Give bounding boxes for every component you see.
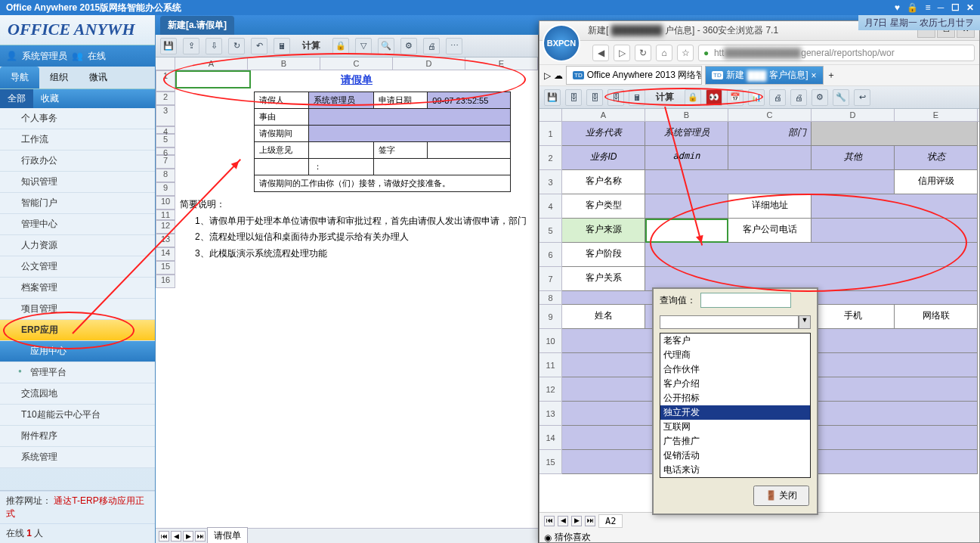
more-icon[interactable]: ⋯ xyxy=(446,38,462,54)
row-1[interactable]: 1 xyxy=(156,70,175,92)
row-5[interactable]: 5 xyxy=(156,134,175,147)
cell-custsrc-val[interactable] xyxy=(645,219,728,243)
save-icon[interactable]: 💾 xyxy=(160,38,177,54)
nav-tab-weixun[interactable]: 微讯 xyxy=(79,67,118,88)
browser-tab-2[interactable]: TD新建███客户信息]× xyxy=(705,66,824,85)
cell-addr-val[interactable] xyxy=(812,194,978,219)
menu-knowledge[interactable]: 知识管理 xyxy=(0,172,155,193)
row-8[interactable]: 8 xyxy=(156,169,175,182)
row-14[interactable]: 14 xyxy=(156,247,175,261)
col-c[interactable]: C xyxy=(320,57,393,70)
sheet-tab-leave[interactable]: 请假单 xyxy=(207,527,248,543)
bw-calc-button[interactable]: 计算 xyxy=(650,88,680,106)
bw-col-d[interactable]: D xyxy=(812,109,895,121)
bw-col-a[interactable]: A xyxy=(562,109,645,121)
bw-rh-11[interactable]: 11 xyxy=(539,353,562,377)
radio-icon[interactable]: ◉ xyxy=(544,532,552,543)
menu-workflow[interactable]: 工作流 xyxy=(0,129,155,150)
print-icon[interactable]: 🖨 xyxy=(423,38,440,54)
menu-mgmtplatform[interactable]: 管理平台 xyxy=(0,362,155,383)
bw-rh-3[interactable]: 3 xyxy=(539,170,562,194)
cell-custphone-val[interactable] xyxy=(812,219,978,243)
col-d[interactable]: D xyxy=(393,57,465,70)
heart-icon[interactable]: ♥ xyxy=(895,2,900,13)
col-a[interactable]: A xyxy=(175,57,248,70)
bw-rh-15[interactable]: 15 xyxy=(539,450,562,474)
cell-opinion-val[interactable] xyxy=(308,142,373,159)
bw-nav-last[interactable]: ⏭ xyxy=(585,516,595,526)
cell-custname-val[interactable] xyxy=(645,170,895,194)
star-icon[interactable]: ☆ xyxy=(677,45,694,61)
bw-rh-8[interactable]: 8 xyxy=(539,291,562,305)
opt-9[interactable]: 电话来访 xyxy=(660,463,810,477)
sheet-nav-next[interactable]: ▶ xyxy=(183,531,193,541)
row-10[interactable]: 10 xyxy=(156,196,175,209)
opt-4[interactable]: 公开招标 xyxy=(660,391,810,405)
status-like[interactable]: 猜你喜欢 xyxy=(555,531,591,543)
bw-tools-icon[interactable]: 🔧 xyxy=(833,89,849,106)
bw-excel-icon[interactable]: 📊 xyxy=(748,89,765,106)
bw-lock-icon[interactable]: 🔒 xyxy=(685,89,701,106)
undo-icon[interactable]: ↶ xyxy=(251,38,267,54)
menu-docs[interactable]: 公文管理 xyxy=(0,256,155,278)
sub-tab-fav[interactable]: 收藏 xyxy=(33,89,66,108)
refresh-icon[interactable]: ↻ xyxy=(228,38,245,54)
bw-calc-icon[interactable]: 🖩 xyxy=(629,89,645,106)
bw-calendar-icon[interactable]: 📅 xyxy=(727,89,744,106)
bw-col-c[interactable]: C xyxy=(728,109,812,121)
cell-custtype-val[interactable] xyxy=(645,194,728,219)
cell-custphase-val[interactable] xyxy=(645,243,978,267)
bw-binoculars-icon[interactable]: 👀 xyxy=(706,89,722,106)
maximize-icon[interactable]: ☐ xyxy=(951,2,960,13)
menu-hr[interactable]: 人力资源 xyxy=(0,235,155,256)
row-15[interactable]: 15 xyxy=(156,261,175,275)
col-e[interactable]: E xyxy=(465,57,538,70)
row-9[interactable]: 9 xyxy=(156,182,175,196)
cell-sign-val[interactable] xyxy=(428,142,511,159)
sub-tab-all[interactable]: 全部 xyxy=(0,89,33,108)
bw-nav-prev[interactable]: ◀ xyxy=(558,516,568,526)
bw-nav-first[interactable]: ⏮ xyxy=(544,516,555,526)
opt-8[interactable]: 促销活动 xyxy=(660,448,810,463)
menu-portal[interactable]: 智能门户 xyxy=(0,193,155,214)
opt-5[interactable]: 独立开发 xyxy=(660,405,810,420)
row-3[interactable]: 3 xyxy=(156,105,175,126)
export-icon[interactable]: ⇪ xyxy=(183,38,199,54)
bw-rh-9[interactable]: 9 xyxy=(539,305,562,329)
bw-rh-10[interactable]: 10 xyxy=(539,329,562,353)
opt-0[interactable]: 老客户 xyxy=(660,334,810,348)
binoculars-icon[interactable]: 🔍 xyxy=(378,38,394,54)
opt-7[interactable]: 广告推广 xyxy=(660,434,810,448)
reload-icon[interactable]: ↻ xyxy=(635,45,651,61)
row-4[interactable]: 4 xyxy=(156,126,175,134)
bw-db3-icon[interactable]: 🗄 xyxy=(607,89,624,106)
back-icon[interactable]: ◀ xyxy=(592,45,609,61)
row-7[interactable]: 7 xyxy=(156,155,175,169)
bw-rh-13[interactable]: 13 xyxy=(539,402,562,426)
row-2[interactable]: 2 xyxy=(156,92,175,105)
close-icon[interactable]: ✕ xyxy=(966,2,974,13)
url-field[interactable]: ● htt████████████general/reportshop/wor xyxy=(698,45,975,61)
menu-project[interactable]: 项目管理 xyxy=(0,299,155,320)
row-11[interactable]: 11 xyxy=(156,209,175,220)
cloud-icon[interactable]: ☁ xyxy=(554,70,563,81)
bw-db2-icon[interactable]: 🗄 xyxy=(586,89,603,106)
row-12[interactable]: 12 xyxy=(156,220,175,234)
close-button[interactable]: 🚪 关闭 xyxy=(753,486,809,506)
bw-save-icon[interactable]: 💾 xyxy=(544,89,561,106)
menu-appcenter[interactable]: 应用中心 xyxy=(0,341,155,362)
home-icon[interactable]: ⌂ xyxy=(656,45,672,61)
menu-erp[interactable]: ERP应用 xyxy=(0,320,155,341)
menu-t10cloud[interactable]: T10超能云中心平台 xyxy=(0,405,155,426)
combo-input[interactable] xyxy=(660,315,799,329)
calc-icon[interactable]: 🖩 xyxy=(274,38,290,54)
row-16[interactable]: 16 xyxy=(156,275,175,288)
bw-rh-2[interactable]: 2 xyxy=(539,146,562,170)
bw-rh-1[interactable]: 1 xyxy=(539,122,562,146)
bw-nav-next[interactable]: ▶ xyxy=(571,516,582,526)
opt-1[interactable]: 代理商 xyxy=(660,348,810,362)
forward-icon[interactable]: ▷ xyxy=(614,45,630,61)
opt-6[interactable]: 互联网 xyxy=(660,420,810,434)
bw-settings-icon[interactable]: ⚙ xyxy=(812,89,828,106)
bw-rh-14[interactable]: 14 xyxy=(539,426,562,450)
